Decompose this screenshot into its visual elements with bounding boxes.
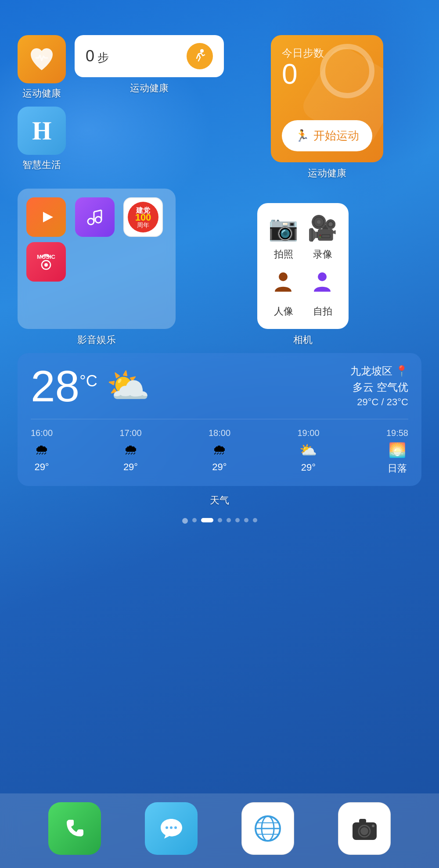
camera-photo-icon: 📷 — [268, 214, 299, 243]
weather-widget[interactable]: 28°C ⛅ 九龙坡区 📍 多云 空气优 29°C / 23°C 16:00 — [18, 353, 421, 486]
music2-app-icon[interactable]: MUSIC — [26, 242, 66, 282]
dot-5 — [235, 518, 240, 522]
smart-life-app-image: 𝐇 — [18, 107, 66, 155]
svg-point-14 — [44, 263, 48, 267]
svg-rect-28 — [359, 819, 366, 823]
hour4-icon: ⛅ — [299, 442, 317, 458]
svg-text:𝐇: 𝐇 — [32, 117, 52, 145]
camera-widget-label: 相机 — [293, 333, 313, 346]
page-indicator — [18, 518, 421, 524]
dock-phone-icon[interactable] — [48, 802, 101, 855]
health-app-label: 运动健康 — [22, 87, 61, 100]
camera-selfie-option[interactable]: 自拍 — [307, 270, 338, 318]
runner-emoji-icon: 🏃 — [295, 129, 309, 143]
svg-line-7 — [94, 210, 101, 212]
media-folder-label: 影音娱乐 — [77, 333, 116, 346]
small-widget-label: 运动健康 — [130, 82, 169, 95]
media-folder[interactable]: 建党 100 周年 MUSIC — [18, 189, 176, 329]
weather-hour-2: 17:00 🌧 29° — [119, 428, 141, 475]
weather-widget-label: 天气 — [210, 494, 229, 507]
camera-video-icon: 🎥 — [307, 214, 338, 243]
svg-marker-2 — [43, 212, 53, 222]
dot-2-active — [201, 518, 213, 522]
start-exercise-button[interactable]: 🏃 开始运动 — [282, 120, 372, 151]
dot-3 — [218, 518, 222, 522]
smart-life-app-label: 智慧生活 — [22, 158, 61, 171]
smart-life-app-icon[interactable]: 𝐇 智慧生活 — [18, 107, 66, 171]
dot-6 — [244, 518, 248, 522]
step-widget-title: 今日步数 — [282, 46, 372, 60]
weather-hour-1: 16:00 🌧 29° — [31, 428, 53, 475]
camera-photo-option[interactable]: 📷 拍照 — [268, 214, 299, 261]
camera-portrait-label: 人像 — [274, 305, 293, 318]
camera-selfie-label: 自拍 — [313, 305, 332, 318]
svg-point-18 — [170, 826, 173, 829]
camera-photo-label: 拍照 — [274, 248, 293, 261]
weather-hour-3: 18:00 🌧 29° — [209, 428, 230, 475]
svg-point-15 — [279, 272, 288, 281]
health-app-icon[interactable]: 运动健康 — [18, 35, 66, 100]
hour1-icon: 🌧 — [35, 442, 49, 458]
camera-portrait-option[interactable]: 人像 — [268, 270, 299, 318]
dot-4 — [227, 518, 231, 522]
video-app-icon[interactable] — [26, 197, 66, 237]
kk-app-icon[interactable]: 建党 100 周年 — [123, 197, 163, 237]
hour2-icon: 🌧 — [124, 442, 138, 458]
weather-description: 多云 空气优 — [350, 380, 408, 394]
dock-camera-icon[interactable] — [338, 802, 391, 855]
dock-browser-icon[interactable] — [241, 802, 294, 855]
svg-point-17 — [166, 826, 168, 829]
svg-point-29 — [372, 825, 374, 827]
music-app-icon[interactable] — [75, 197, 115, 237]
step-widget-large[interactable]: 今日步数 0 🏃 开始运动 — [271, 35, 383, 162]
small-step-count: 0 步 — [86, 47, 109, 65]
weather-condition-icon: ⛅ — [106, 365, 150, 407]
svg-point-4 — [95, 217, 101, 223]
camera-video-label: 录像 — [313, 248, 332, 261]
svg-point-16 — [318, 272, 327, 281]
dot-7 — [253, 518, 257, 522]
large-widget-label: 运动健康 — [308, 167, 346, 180]
weather-range: 29°C / 23°C — [350, 396, 408, 408]
step-widget-small[interactable]: 0 步 — [75, 35, 224, 77]
weather-location: 九龙坡区 📍 — [350, 364, 408, 378]
camera-widget: 📷 拍照 🎥 录像 — [257, 203, 349, 329]
svg-point-19 — [174, 826, 177, 829]
camera-selfie-icon — [310, 270, 335, 300]
svg-point-27 — [360, 827, 368, 835]
svg-point-1 — [200, 49, 204, 53]
hour3-icon: 🌧 — [212, 442, 227, 458]
location-pin-icon: 📍 — [395, 365, 408, 377]
weather-hour-4: 19:00 ⛅ 29° — [297, 428, 319, 475]
dot-1 — [192, 518, 197, 522]
start-exercise-label: 开始运动 — [313, 128, 359, 143]
svg-text:周年: 周年 — [137, 221, 149, 229]
hour5-icon: 🌅 — [389, 442, 406, 458]
app-dock — [0, 793, 439, 868]
weather-hour-5: 19:58 🌅 日落 — [386, 428, 408, 475]
health-app-image — [18, 35, 66, 83]
svg-point-3 — [88, 218, 94, 225]
weather-temp: 28°C — [31, 364, 97, 408]
runner-icon — [187, 43, 213, 69]
dock-message-icon[interactable] — [145, 802, 198, 855]
step-widget-number: 0 — [282, 60, 372, 88]
camera-video-option[interactable]: 🎥 录像 — [307, 214, 338, 261]
dot-0 — [182, 518, 188, 524]
camera-portrait-icon — [271, 270, 295, 300]
